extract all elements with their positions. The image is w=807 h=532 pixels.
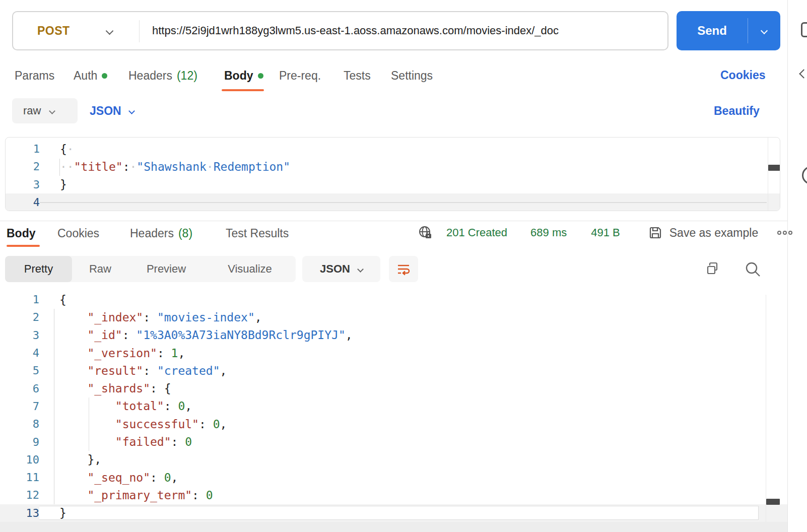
code-text: { [39, 293, 787, 306]
code-line[interactable]: 1{· [6, 140, 780, 158]
chevron-down-icon [49, 108, 56, 114]
code-text [40, 202, 767, 203]
body-mode-dropdown[interactable]: raw [12, 98, 78, 123]
line-number: 8 [0, 418, 39, 430]
code-line[interactable]: 1{ [0, 291, 787, 308]
line-number: 2 [6, 160, 40, 173]
line-number: 4 [6, 196, 40, 209]
request-tabs: Params Auth Headers(12) Body Pre-req. Te… [0, 66, 787, 85]
line-number: 6 [0, 382, 39, 395]
send-options-chevron-icon[interactable] [748, 11, 780, 50]
indent-guide [59, 159, 60, 176]
line-number: 9 [0, 436, 39, 448]
beautify-link[interactable]: Beautify [714, 104, 760, 118]
line-number: 10 [0, 453, 39, 466]
cookies-link[interactable]: Cookies [720, 69, 765, 82]
code-text: "_shards": { [39, 382, 787, 395]
send-button[interactable]: Send [677, 11, 780, 50]
code-text: "_seq_no": 0, [39, 471, 787, 484]
line-number: 12 [0, 489, 39, 501]
line-number: 7 [0, 400, 39, 413]
code-line[interactable]: 3 "_id": "1%3A0%3A73iaNY8Bd9Rclr9gPIYJ", [0, 326, 787, 344]
code-line[interactable]: 11 "_seq_no": 0, [0, 469, 787, 486]
response-time[interactable]: 689 ms [530, 226, 567, 239]
chevron-down-icon [128, 108, 135, 114]
response-view-modes: Pretty Raw Preview Visualize [5, 256, 296, 282]
code-text: } [40, 178, 780, 191]
code-line[interactable]: 4 "_version": 1, [0, 344, 787, 362]
tab-pre-req[interactable]: Pre-req. [279, 66, 321, 85]
code-line[interactable]: 3} [6, 176, 780, 193]
view-mode-raw[interactable]: Raw [72, 256, 128, 282]
response-language-dropdown[interactable]: JSON [302, 256, 380, 282]
code-text: "_primary_term": 0 [39, 489, 787, 502]
line-number: 11 [0, 471, 39, 484]
request-code: 1{·2··"title":·"Shawshank·Redemption"3}4 [6, 140, 780, 211]
response-tabs: Body Cookies Headers(8) Test Results [0, 224, 453, 243]
tab-auth[interactable]: Auth [74, 66, 107, 85]
res-tab-headers[interactable]: Headers(8) [130, 224, 192, 243]
more-options-icon[interactable] [776, 229, 793, 236]
res-headers-count: (8) [178, 227, 192, 240]
url-input[interactable]: https://52i9jd1wrh188yg3lwm5.us-east-1.a… [152, 24, 657, 37]
res-tab-test-results[interactable]: Test Results [226, 224, 289, 243]
code-text: "_index": "movies-index", [39, 311, 787, 324]
code-text: "successful": 0, [39, 418, 787, 431]
network-info-icon[interactable] [418, 225, 433, 240]
body-language-dropdown[interactable]: JSON [90, 104, 134, 118]
request-body-editor[interactable]: 1{·2··"title":·"Shawshank·Redemption"3}4 [5, 137, 780, 211]
section-divider [0, 221, 787, 221]
tab-tests[interactable]: Tests [344, 66, 371, 85]
view-mode-pretty[interactable]: Pretty [5, 256, 72, 282]
status-code[interactable]: 201 Created [446, 226, 507, 239]
viewer-scrollbar-thumb[interactable] [766, 499, 780, 505]
auth-status-dot [102, 73, 107, 79]
view-mode-preview[interactable]: Preview [128, 256, 204, 282]
res-tab-cookies[interactable]: Cookies [57, 224, 99, 243]
editor-scrollbar-track [768, 138, 768, 211]
editor-scrollbar-thumb[interactable] [768, 165, 780, 171]
code-text: } [39, 506, 759, 520]
code-line[interactable]: 8 "successful": 0, [0, 415, 787, 433]
code-line[interactable]: 10 }, [0, 451, 787, 469]
view-mode-visualize[interactable]: Visualize [204, 256, 296, 282]
right-sidebar-divider [787, 0, 788, 532]
code-text: }, [39, 453, 787, 466]
method-selector[interactable]: POST [25, 24, 111, 38]
chevron-down-icon [357, 266, 364, 273]
code-line[interactable]: 2··"title":·"Shawshank·Redemption" [6, 158, 780, 175]
response-meta: 201 Created 689 ms 491 B Save as example [418, 222, 787, 244]
indent-guide [54, 309, 54, 504]
active-res-tab-underline [7, 245, 40, 247]
tab-headers[interactable]: Headers(12) [128, 66, 197, 85]
code-line[interactable]: 9 "failed": 0 [0, 433, 787, 450]
sidebar-panel-icon[interactable] [801, 22, 807, 37]
code-line[interactable]: 12 "_primary_term": 0 [0, 486, 787, 504]
response-body-viewer[interactable]: 1{2 "_index": "movies-index",3 "_id": "1… [0, 291, 787, 522]
tab-settings[interactable]: Settings [391, 66, 433, 85]
line-number: 3 [0, 329, 39, 342]
tab-params[interactable]: Params [15, 66, 54, 85]
save-icon [648, 226, 662, 240]
code-line[interactable]: 13} [0, 504, 787, 522]
code-line[interactable]: 6 "_shards": { [0, 379, 787, 397]
search-icon[interactable] [745, 261, 762, 278]
code-line[interactable]: 5 "result": "created", [0, 362, 787, 379]
body-status-dot [258, 73, 263, 79]
save-as-example-button[interactable]: Save as example [669, 226, 758, 240]
sidebar-circle-icon[interactable] [802, 166, 807, 184]
code-line[interactable]: 7 "total": 0, [0, 397, 787, 415]
response-size[interactable]: 491 B [591, 226, 620, 239]
code-text: "_version": 1, [39, 347, 787, 360]
line-number: 3 [6, 178, 40, 191]
code-line[interactable]: 4 [6, 193, 780, 211]
wrap-text-button[interactable] [389, 256, 418, 282]
res-tab-body[interactable]: Body [7, 224, 36, 243]
response-code: 1{2 "_index": "movies-index",3 "_id": "1… [0, 291, 787, 522]
postman-request-view: POST https://52i9jd1wrh188yg3lwm5.us-eas… [0, 0, 807, 532]
collapse-chevron-icon[interactable] [799, 69, 807, 78]
copy-icon[interactable] [704, 261, 720, 277]
code-line[interactable]: 2 "_index": "movies-index", [0, 308, 787, 326]
active-tab-underline [222, 89, 264, 91]
tab-body[interactable]: Body [224, 66, 263, 85]
